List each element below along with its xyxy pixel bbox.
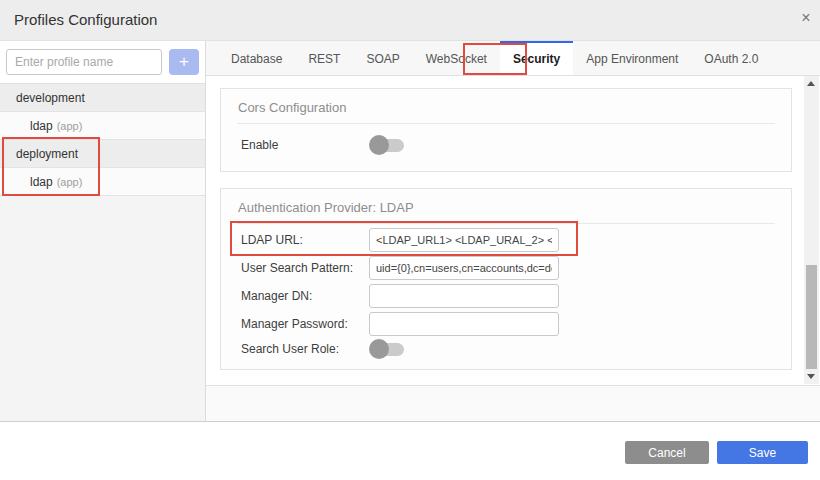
manager-password-input[interactable]: [369, 312, 559, 336]
add-profile-button[interactable]: +: [169, 49, 199, 75]
dialog-footer: Cancel Save: [0, 422, 820, 480]
tab-app-environment[interactable]: App Environment: [573, 41, 691, 75]
cancel-button[interactable]: Cancel: [625, 441, 709, 464]
user-search-pattern-input[interactable]: [369, 256, 559, 280]
app-label: ldap: [30, 175, 53, 189]
ldap-url-label: LDAP URL:: [241, 233, 369, 247]
toggle-knob: [369, 339, 389, 359]
sidebar-item-ldap-development[interactable]: ldap (app): [0, 112, 205, 140]
close-icon[interactable]: ×: [797, 9, 815, 27]
cors-enable-toggle[interactable]: [369, 135, 407, 155]
profile-create-row: +: [0, 41, 205, 83]
scroll-up-icon[interactable]: [807, 81, 815, 86]
dialog-titlebar: Profiles Configuration ×: [0, 0, 820, 41]
enable-label: Enable: [241, 138, 369, 152]
profile-name-input[interactable]: [6, 49, 162, 75]
cors-configuration-card: Cors Configuration Enable: [220, 88, 792, 172]
tab-websocket[interactable]: WebSocket: [413, 41, 500, 75]
tab-panel-footer-strip: [206, 385, 820, 421]
dialog-title: Profiles Configuration: [14, 11, 157, 28]
profile-label: development: [16, 91, 85, 105]
ldap-provider-card: Authentication Provider: LDAP LDAP URL: …: [220, 188, 792, 370]
security-tab-panel: Cors Configuration Enable Authentication…: [206, 76, 820, 384]
divider: [237, 223, 775, 224]
sidebar-item-ldap-deployment[interactable]: ldap (app): [0, 168, 205, 196]
search-user-role-toggle[interactable]: [369, 339, 407, 359]
tab-security[interactable]: Security: [500, 41, 573, 75]
search-user-role-label: Search User Role:: [241, 342, 369, 356]
ldap-url-input[interactable]: [369, 228, 559, 252]
user-search-pattern-label: User Search Pattern:: [241, 261, 369, 275]
tab-soap[interactable]: SOAP: [353, 41, 412, 75]
manager-dn-input[interactable]: [369, 284, 559, 308]
scroll-down-icon[interactable]: [807, 374, 815, 379]
profiles-list: development ldap (app) deployment ldap (…: [0, 83, 205, 196]
tab-bar: Database REST SOAP WebSocket Security Ap…: [206, 41, 820, 76]
sidebar-item-deployment[interactable]: deployment: [0, 140, 205, 168]
toggle-knob: [369, 135, 389, 155]
tab-rest[interactable]: REST: [295, 41, 353, 75]
tab-oauth[interactable]: OAuth 2.0: [691, 41, 771, 75]
app-type-suffix: (app): [57, 120, 83, 132]
manager-password-label: Manager Password:: [241, 317, 369, 331]
cors-section-title: Cors Configuration: [238, 100, 775, 115]
vertical-scrollbar[interactable]: [804, 76, 819, 384]
save-button[interactable]: Save: [717, 441, 808, 464]
scrollbar-thumb[interactable]: [806, 265, 817, 369]
profiles-sidebar: + development ldap (app) deployment ldap…: [0, 41, 206, 422]
app-type-suffix: (app): [57, 176, 83, 188]
profile-label: deployment: [16, 147, 78, 161]
ldap-section-title: Authentication Provider: LDAP: [238, 200, 775, 215]
tab-database[interactable]: Database: [218, 41, 295, 75]
divider: [237, 123, 775, 124]
sidebar-item-development[interactable]: development: [0, 84, 205, 112]
manager-dn-label: Manager DN:: [241, 289, 369, 303]
app-label: ldap: [30, 119, 53, 133]
